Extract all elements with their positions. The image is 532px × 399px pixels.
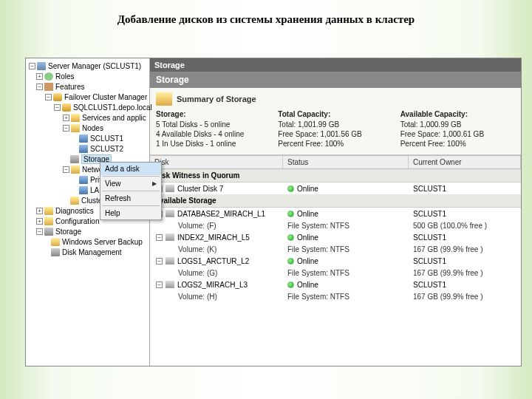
volume-fs: File System: NTFS	[283, 269, 409, 277]
tree-storage2[interactable]: −Storage	[27, 226, 148, 236]
volume-row[interactable]: Volume: (K)File System: NTFS167 GB (99.9…	[150, 243, 521, 255]
volume-free: 167 GB (99.9% free )	[409, 293, 521, 301]
tree-label: Configuration	[55, 217, 99, 225]
grid-quorum: +Cluster Disk 7 Online SCLUST1	[150, 183, 521, 194]
col-header-disk[interactable]: Disk	[150, 156, 283, 168]
col-header-owner[interactable]: Current Owner	[409, 156, 521, 168]
status-text: Online	[297, 257, 318, 265]
disk-icon	[166, 233, 174, 241]
collapse-icon[interactable]: −	[156, 234, 163, 241]
disk-icon	[166, 210, 174, 217]
volume-free: 500 GB (100.0% free )	[409, 222, 521, 230]
table-row[interactable]: −INDEX2_MIRACH_L5OnlineSCLUST1	[150, 231, 521, 243]
summary-title-text: Summary of Storage	[177, 95, 256, 103]
tree-wsb[interactable]: Windows Server Backup	[27, 236, 148, 247]
ctx-help[interactable]: Help	[100, 207, 161, 219]
tree-label: SQLCLUST1.depo.local	[73, 103, 152, 112]
tree-label: Services and applic	[82, 114, 146, 122]
owner-text: SCLUST1	[409, 210, 521, 218]
tree-services[interactable]: +Services and applic	[27, 112, 148, 123]
summary-value: 4 Available Disks - 4 online	[156, 129, 270, 139]
disk-name: LOGS1_ARCTUR_L2	[177, 257, 249, 265]
disk-icon	[166, 185, 174, 192]
tree-label: SCLUST2	[90, 145, 123, 153]
status-online-icon	[287, 258, 294, 265]
folder-icon	[156, 92, 172, 106]
summary-value: Percent Free: 100%	[278, 139, 392, 149]
ctx-add-disk[interactable]: Add a disk	[100, 163, 161, 175]
status-text: Online	[297, 281, 318, 289]
owner-text: SCLUST1	[409, 257, 521, 265]
summary-value: 1 In Use Disks - 1 online	[156, 139, 270, 149]
summary-panel: Summary of Storage Storage: 5 Total Disk…	[150, 88, 521, 155]
server-manager-window: −Server Manager (SCLUST1) +Roles −Featur…	[25, 58, 522, 366]
disk-name: INDEX2_MIRACH_L5	[177, 233, 250, 242]
collapse-icon[interactable]: −	[156, 258, 163, 265]
summary-value: 5 Total Disks - 5 online	[156, 120, 270, 129]
summary-label: Total Capacity:	[278, 110, 392, 118]
submenu-arrow-icon: ▶	[152, 180, 157, 187]
summary-value: Percent Free: 100%	[400, 139, 515, 149]
ctx-separator	[102, 176, 160, 177]
disk-name: LOGS2_MIRACH_L3	[177, 281, 248, 289]
tree-features[interactable]: −Features	[27, 81, 148, 92]
summary-avail-col: Available Capacity: Total: 1,000.99 GB F…	[400, 110, 515, 149]
tree-nodes[interactable]: −Nodes	[27, 123, 148, 133]
disk-name: Cluster Disk 7	[177, 185, 223, 193]
ctx-separator	[102, 191, 160, 191]
grid-header: Disk Status Current Owner	[150, 155, 521, 169]
tree-diskmgmt[interactable]: Disk Management	[27, 247, 148, 257]
volume-row[interactable]: Volume: (F)File System: NTFS500 GB (100.…	[150, 219, 521, 231]
tree-root-label: Server Manager (SCLUST1)	[48, 62, 141, 70]
table-row[interactable]: +Cluster Disk 7 Online SCLUST1	[150, 183, 521, 194]
ctx-refresh[interactable]: Refresh	[100, 192, 161, 205]
volume-row[interactable]: Volume: (H)File System: NTFS167 GB (99.9…	[150, 290, 521, 302]
disk-name: DATABASE2_MIRACH_L1	[177, 210, 265, 218]
owner-text: SCLUST1	[409, 233, 521, 242]
summary-label: Available Capacity:	[400, 110, 515, 118]
tree-root[interactable]: −Server Manager (SCLUST1)	[27, 61, 148, 71]
status-online-icon	[287, 211, 294, 217]
tree-label: Disk Management	[62, 248, 122, 256]
tree-roles[interactable]: +Roles	[27, 71, 148, 81]
collapse-icon[interactable]: −	[156, 282, 163, 288]
tree-cluster[interactable]: −SQLCLUST1.depo.local	[27, 102, 148, 112]
col-header-status[interactable]: Status	[283, 156, 409, 168]
tree-label: Features	[55, 83, 84, 91]
tree-node2[interactable]: SCLUST2	[27, 143, 148, 154]
section-available: Available Storage	[150, 194, 521, 208]
disk-icon	[166, 257, 174, 265]
tree-label: SCLUST1	[90, 134, 123, 143]
owner-text: SCLUST1	[409, 185, 521, 193]
ctx-view[interactable]: View▶	[100, 177, 161, 190]
grid-available: −DATABASE2_MIRACH_L1OnlineSCLUST1Volume:…	[150, 208, 521, 302]
main-panel: Storage Storage Summary of Storage Stora…	[150, 58, 521, 366]
table-row[interactable]: −LOGS1_ARCTUR_L2OnlineSCLUST1	[150, 255, 521, 267]
volume-fs: File System: NTFS	[283, 293, 409, 301]
ctx-label: Help	[105, 209, 120, 217]
summary-title: Summary of Storage	[156, 92, 515, 106]
volume-free: 167 GB (99.9% free )	[409, 245, 521, 253]
summary-value: Total: 1,000.99 GB	[400, 120, 515, 129]
table-row[interactable]: −LOGS2_MIRACH_L3OnlineSCLUST1	[150, 279, 521, 290]
volume-free: 167 GB (99.9% free )	[409, 269, 521, 277]
summary-label: Storage:	[156, 110, 270, 118]
tree-label: Roles	[55, 72, 75, 81]
panel-titlebar: Storage	[150, 58, 521, 72]
section-quorum: Disk Witness in Quorum	[150, 169, 521, 183]
status-text: Online	[297, 233, 318, 242]
context-menu: Add a disk View▶ Refresh Help	[100, 162, 162, 220]
summary-storage-col: Storage: 5 Total Disks - 5 online 4 Avai…	[156, 110, 270, 149]
table-row[interactable]: −DATABASE2_MIRACH_L1OnlineSCLUST1	[150, 208, 521, 219]
volume-row[interactable]: Volume: (G)File System: NTFS167 GB (99.9…	[150, 267, 521, 279]
tree-node1[interactable]: SCLUST1	[27, 133, 148, 143]
summary-value: Free Space: 1,000.61 GB	[400, 129, 515, 139]
nav-tree[interactable]: −Server Manager (SCLUST1) +Roles −Featur…	[26, 58, 150, 366]
volume-name: Volume: (G)	[150, 269, 283, 277]
status-text: Online	[297, 185, 318, 193]
status-text: Online	[297, 210, 318, 218]
tree-label: Windows Server Backup	[62, 238, 143, 246]
tree-fcm[interactable]: −Failover Cluster Manager	[27, 92, 148, 102]
status-online-icon	[287, 234, 294, 241]
ctx-label: View	[105, 180, 121, 188]
